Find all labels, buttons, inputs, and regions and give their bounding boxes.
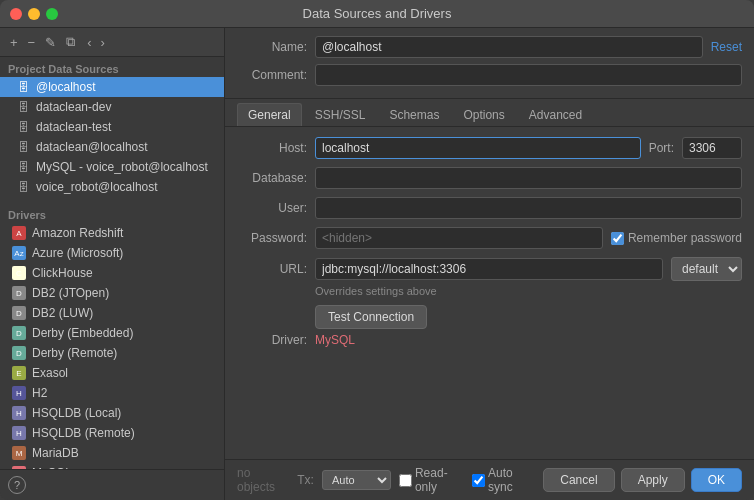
tab-general[interactable]: General xyxy=(237,103,302,126)
database-icon: 🗄 xyxy=(16,100,30,114)
driver-icon: Az xyxy=(12,246,26,260)
url-scheme-select[interactable]: default xyxy=(671,257,742,281)
duplicate-datasource-button[interactable]: ⧉ xyxy=(62,32,79,52)
read-only-checkbox[interactable] xyxy=(399,474,412,487)
reset-link[interactable]: Reset xyxy=(711,40,742,54)
url-section: URL: default Overrides settings above xyxy=(237,257,742,297)
user-row: User: xyxy=(237,197,742,219)
help-button[interactable]: ? xyxy=(8,476,26,494)
nav-arrows: ‹ › xyxy=(83,33,109,52)
maximize-button[interactable] xyxy=(46,8,58,20)
database-input[interactable] xyxy=(315,167,742,189)
remember-password-label[interactable]: Remember password xyxy=(611,231,742,245)
driver-icon: H xyxy=(12,386,26,400)
back-button[interactable]: ‹ xyxy=(83,33,95,52)
edit-datasource-button[interactable]: ✎ xyxy=(41,33,60,52)
sidebar-item-label: voice_robot@localhost xyxy=(36,180,158,194)
forward-button[interactable]: › xyxy=(97,33,109,52)
comment-label: Comment: xyxy=(237,68,307,82)
port-label: Port: xyxy=(649,141,674,155)
ok-button[interactable]: OK xyxy=(691,468,742,492)
sidebar: + − ✎ ⧉ ‹ › Project Data Sources 🗄 @loca… xyxy=(0,28,225,500)
database-icon: 🗄 xyxy=(16,80,30,94)
drivers-label: Drivers xyxy=(0,203,224,223)
tab-advanced[interactable]: Advanced xyxy=(518,103,593,126)
form-content: Host: Port: Database: User: Pass xyxy=(225,127,754,459)
footer-right: Tx: Auto Manual Read-only Auto sync xyxy=(297,466,535,494)
auto-sync-label[interactable]: Auto sync xyxy=(472,466,535,494)
driver-icon: D xyxy=(12,306,26,320)
driver-item-derby-embedded[interactable]: D Derby (Embedded) xyxy=(0,323,224,343)
driver-item-amazon-redshift[interactable]: A Amazon Redshift xyxy=(0,223,224,243)
password-label: Password: xyxy=(237,231,307,245)
driver-item-db2-jtopen[interactable]: D DB2 (JTOpen) xyxy=(0,283,224,303)
tab-ssh-ssl[interactable]: SSH/SSL xyxy=(304,103,377,126)
port-input[interactable] xyxy=(682,137,742,159)
tabs-bar: General SSH/SSL Schemas Options Advanced xyxy=(225,99,754,127)
tx-label: Tx: xyxy=(297,473,314,487)
sidebar-item-label: @localhost xyxy=(36,80,96,94)
driver-label: Exasol xyxy=(32,366,68,380)
driver-label: Driver: xyxy=(237,333,307,347)
driver-item-mariadb[interactable]: M MariaDB xyxy=(0,443,224,463)
test-connection-section: Test Connection xyxy=(237,305,742,329)
user-label: User: xyxy=(237,201,307,215)
remember-password-checkbox[interactable] xyxy=(611,232,624,245)
sidebar-item-localhost[interactable]: 🗄 @localhost xyxy=(0,77,224,97)
driver-item-clickhouse[interactable]: C ClickHouse xyxy=(0,263,224,283)
remove-datasource-button[interactable]: − xyxy=(24,33,40,52)
auto-sync-checkbox[interactable] xyxy=(472,474,485,487)
sidebar-item-label: dataclean-dev xyxy=(36,100,111,114)
cancel-button[interactable]: Cancel xyxy=(543,468,614,492)
driver-item-db2-luw[interactable]: D DB2 (LUW) xyxy=(0,303,224,323)
add-datasource-button[interactable]: + xyxy=(6,33,22,52)
close-button[interactable] xyxy=(10,8,22,20)
host-row: Host: Port: xyxy=(237,137,742,159)
host-label: Host: xyxy=(237,141,307,155)
driver-icon: H xyxy=(12,426,26,440)
driver-item-hsqldb-remote[interactable]: H HSQLDB (Remote) xyxy=(0,423,224,443)
driver-item-exasol[interactable]: E Exasol xyxy=(0,363,224,383)
driver-item-azure[interactable]: Az Azure (Microsoft) xyxy=(0,243,224,263)
driver-item-derby-remote[interactable]: D Derby (Remote) xyxy=(0,343,224,363)
tab-options[interactable]: Options xyxy=(452,103,515,126)
database-row: Database: xyxy=(237,167,742,189)
sidebar-item-dataclean-localhost[interactable]: 🗄 dataclean@localhost xyxy=(0,137,224,157)
sidebar-item-dataclean-dev[interactable]: 🗄 dataclean-dev xyxy=(0,97,224,117)
sidebar-item-dataclean-test[interactable]: 🗄 dataclean-test xyxy=(0,117,224,137)
tab-schemas[interactable]: Schemas xyxy=(378,103,450,126)
password-input[interactable] xyxy=(315,227,603,249)
driver-label: MariaDB xyxy=(32,446,79,460)
driver-link[interactable]: MySQL xyxy=(315,333,355,347)
read-only-label[interactable]: Read-only xyxy=(399,466,464,494)
url-input[interactable] xyxy=(315,258,663,280)
driver-row: Driver: MySQL xyxy=(237,333,742,347)
database-icon: 🗄 xyxy=(16,180,30,194)
tx-select[interactable]: Auto Manual xyxy=(322,470,391,490)
drivers-section: Drivers A Amazon Redshift Az Azure (Micr… xyxy=(0,203,224,469)
host-input[interactable] xyxy=(315,137,641,159)
titlebar-buttons xyxy=(10,8,58,20)
sidebar-item-mysql-voice-robot[interactable]: 🗄 MySQL - voice_robot@localhost xyxy=(0,157,224,177)
titlebar: Data Sources and Drivers xyxy=(0,0,754,28)
right-panel: Name: Reset Comment: General SSH/SSL xyxy=(225,28,754,500)
url-label: URL: xyxy=(237,262,307,276)
sidebar-item-label: dataclean@localhost xyxy=(36,140,148,154)
minimize-button[interactable] xyxy=(28,8,40,20)
apply-button[interactable]: Apply xyxy=(621,468,685,492)
driver-icon: D xyxy=(12,286,26,300)
driver-icon: M xyxy=(12,446,26,460)
driver-label: DB2 (JTOpen) xyxy=(32,286,109,300)
driver-label: DB2 (LUW) xyxy=(32,306,93,320)
overrides-note: Overrides settings above xyxy=(315,285,437,297)
database-icon: 🗄 xyxy=(16,120,30,134)
comment-input[interactable] xyxy=(315,64,742,86)
test-connection-button[interactable]: Test Connection xyxy=(315,305,427,329)
sidebar-item-voice-robot-localhost[interactable]: 🗄 voice_robot@localhost xyxy=(0,177,224,197)
driver-label: Derby (Embedded) xyxy=(32,326,133,340)
name-row: Name: Reset xyxy=(237,36,742,58)
driver-item-h2[interactable]: H H2 xyxy=(0,383,224,403)
name-input[interactable] xyxy=(315,36,703,58)
driver-item-hsqldb-local[interactable]: H HSQLDB (Local) xyxy=(0,403,224,423)
user-input[interactable] xyxy=(315,197,742,219)
